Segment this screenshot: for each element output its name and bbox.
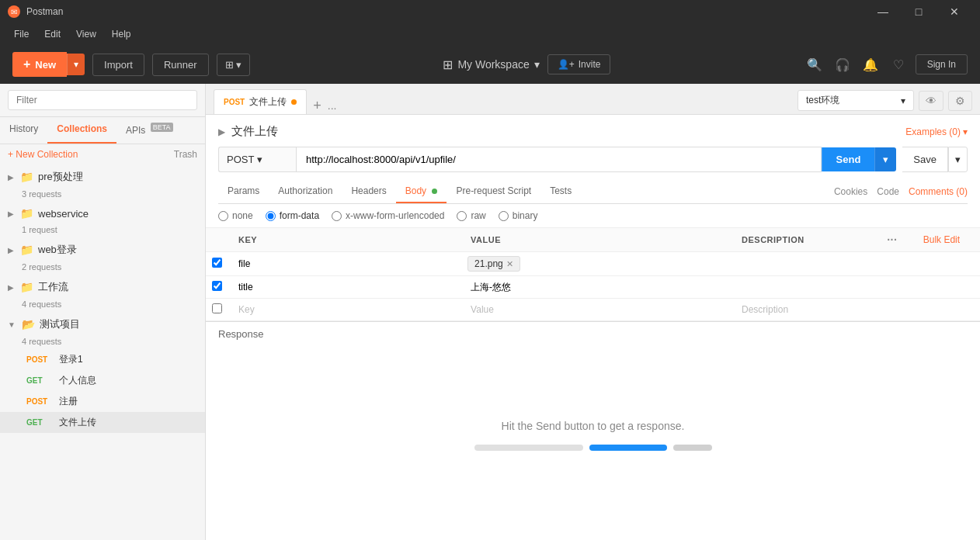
folder-icon: 📁 (20, 281, 33, 293)
comments-link[interactable]: Comments (0) (909, 186, 968, 197)
request-title-row: ▶ 文件上传 Examples (0) ▾ (218, 124, 968, 139)
req-expand-icon[interactable]: ▶ (218, 126, 225, 137)
collection-header-2[interactable]: ▶ 📁 web登录 (0, 237, 205, 262)
collection-header-0[interactable]: ▶ 📁 pre预处理 (0, 164, 205, 189)
subtab-tests[interactable]: Tests (540, 180, 581, 203)
content-area: POST 文件上传 + ··· test环境 ▾ 👁 ⚙ ▶ 文件上传 (206, 84, 980, 540)
row2-desc-input[interactable] (738, 280, 871, 294)
cookies-link[interactable]: Cookies (834, 186, 867, 197)
file-remove-icon[interactable]: ✕ (506, 259, 513, 269)
send-dropdown-button[interactable]: ▾ (874, 147, 896, 171)
bulk-edit-button[interactable]: Bulk Edit (917, 234, 966, 245)
workspace-button[interactable]: ⊞ My Workspace ▾ (443, 57, 539, 72)
save-dropdown-button[interactable]: ▾ (948, 147, 968, 172)
env-gear-button[interactable]: ⚙ (948, 91, 972, 111)
new-dropdown-button[interactable]: ▾ (67, 54, 85, 75)
option-raw[interactable]: raw (457, 210, 485, 221)
layout-button[interactable]: ⊞ ▾ (217, 54, 251, 76)
option-urlencoded[interactable]: x-www-form-urlencoded (332, 210, 444, 221)
subtab-body[interactable]: Body (396, 180, 447, 203)
subtab-prerequest[interactable]: Pre-request Script (447, 180, 540, 203)
menu-help[interactable]: Help (106, 26, 137, 42)
row3-action-cell (877, 299, 908, 321)
search-input[interactable] (8, 90, 197, 110)
subtab-headers[interactable]: Headers (342, 180, 395, 203)
list-item: ▶ 📁 工作流 4 requests (0, 275, 205, 312)
examples-link[interactable]: Examples (0) ▾ (905, 126, 968, 137)
tab-collections[interactable]: Collections (47, 117, 116, 144)
option-form-data[interactable]: form-data (266, 210, 319, 221)
menu-edit[interactable]: Edit (38, 26, 67, 42)
collection-count-4: 4 requests (0, 337, 205, 349)
binary-label: binary (513, 210, 538, 221)
new-collection-button[interactable]: + New Collection (8, 149, 78, 160)
menu-view[interactable]: View (70, 26, 103, 42)
runner-button[interactable]: Runner (152, 54, 209, 76)
trash-button[interactable]: Trash (174, 149, 197, 160)
win-controls: — □ ✕ (865, 0, 972, 23)
send-button[interactable]: Send (822, 147, 875, 171)
sidebar-item-register[interactable]: POST 注册 (0, 391, 205, 412)
more-options-icon[interactable]: ··· (887, 234, 897, 246)
method-badge-get: GET (26, 376, 54, 385)
notification-icon-btn[interactable]: 🔔 (860, 54, 881, 75)
maximize-btn[interactable]: □ (901, 0, 937, 23)
row3-desc-input[interactable] (738, 303, 871, 317)
row1-desc-cell (732, 252, 877, 276)
row2-checkbox[interactable] (212, 281, 222, 291)
row3-value-input[interactable] (467, 303, 726, 317)
invite-button[interactable]: 👤+ Invite (547, 54, 611, 74)
row3-extra-cell (908, 299, 980, 321)
row1-checkbox[interactable] (212, 258, 222, 268)
search-icon-btn[interactable]: 🔍 (804, 54, 825, 75)
method-select[interactable]: POST ▾ (218, 147, 296, 172)
sidebar-item-login[interactable]: POST 登录1 (0, 349, 205, 370)
active-request-tab[interactable]: POST 文件上传 (214, 89, 307, 114)
row3-checkbox[interactable] (212, 303, 222, 313)
row2-value-input[interactable] (467, 280, 726, 294)
subtab-params[interactable]: Params (218, 180, 269, 203)
tab-apis[interactable]: APIs BETA (116, 117, 182, 144)
collection-name-4: 测试项目 (40, 317, 197, 331)
env-chevron-icon: ▾ (901, 95, 905, 106)
response-label: Response (206, 322, 276, 346)
collection-count-0: 3 requests (0, 189, 205, 202)
collection-header-3[interactable]: ▶ 📁 工作流 (0, 275, 205, 299)
row1-key-input[interactable] (235, 257, 455, 271)
option-none[interactable]: none (218, 210, 253, 221)
row2-key-input[interactable] (235, 280, 455, 294)
menu-file[interactable]: File (8, 26, 35, 42)
new-tab-button[interactable]: + (308, 98, 326, 114)
tab-history[interactable]: History (0, 117, 47, 144)
collection-header-4[interactable]: ▼ 📂 测试项目 (0, 312, 205, 337)
environment-selector[interactable]: test环境 ▾ (798, 90, 914, 111)
headphone-icon-btn[interactable]: 🎧 (832, 54, 853, 75)
workspace-label: My Workspace (457, 58, 529, 71)
save-button[interactable]: Save (902, 147, 948, 172)
subtab-authorization[interactable]: Authorization (269, 180, 342, 203)
code-link[interactable]: Code (877, 186, 899, 197)
item-name-profile: 个人信息 (59, 374, 96, 387)
minimize-btn[interactable]: — (865, 0, 901, 23)
sidebar-item-profile[interactable]: GET 个人信息 (0, 370, 205, 391)
sidebar-item-upload[interactable]: GET 文件上传 (0, 412, 205, 433)
more-tabs-button[interactable]: ··· (328, 102, 337, 114)
option-binary[interactable]: binary (499, 210, 538, 221)
none-label: none (232, 210, 253, 221)
signin-button[interactable]: Sign In (916, 54, 968, 74)
request-subtabs: Params Authorization Headers Body Pre-re… (218, 180, 968, 204)
item-name-upload: 文件上传 (59, 416, 96, 429)
close-btn[interactable]: ✕ (937, 0, 972, 23)
env-eye-button[interactable]: 👁 (919, 91, 944, 111)
collection-header-1[interactable]: ▶ 📁 webservice (0, 202, 205, 225)
row1-desc-input[interactable] (738, 257, 871, 271)
list-item: ▶ 📁 web登录 2 requests (0, 237, 205, 275)
new-button[interactable]: + New (12, 52, 67, 77)
url-input[interactable] (296, 147, 822, 172)
request-title: 文件上传 (231, 124, 278, 139)
response-empty-state: Hit the Send button to get a response. (206, 346, 980, 540)
sidebar-content: ▶ 📁 pre预处理 3 requests ▶ 📁 webservice 1 r… (0, 164, 205, 540)
row3-key-input[interactable] (235, 303, 455, 317)
heart-icon-btn[interactable]: ♡ (888, 54, 909, 75)
import-button[interactable]: Import (92, 54, 144, 76)
